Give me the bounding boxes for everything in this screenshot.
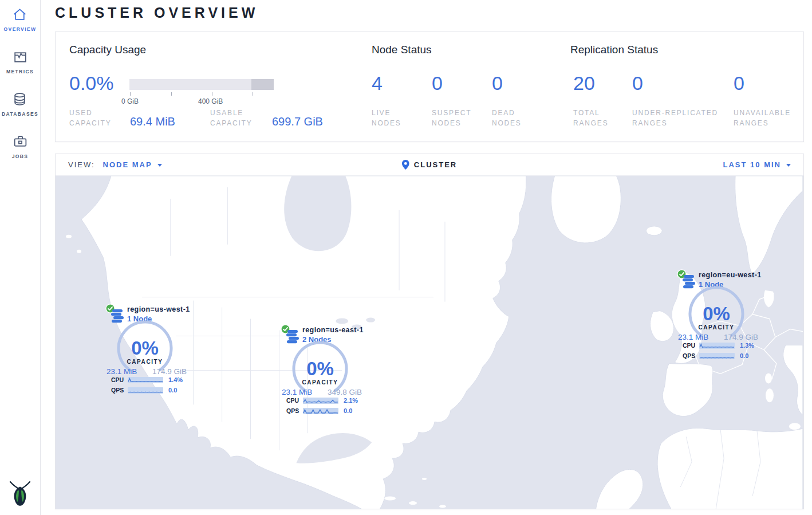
- capacity-tick: [212, 92, 212, 96]
- time-range-value: LAST 10 MIN: [723, 160, 781, 169]
- capacity-usage-title: Capacity Usage: [69, 44, 146, 56]
- capacity-percent: 0.0%: [69, 72, 114, 95]
- stat-label: DEAD NODES: [492, 108, 538, 128]
- locality-usable: 349.8 GiB: [328, 388, 362, 396]
- sidebar-item-databases[interactable]: DATABASES: [2, 92, 38, 117]
- cpu-value: 1.3%: [740, 342, 754, 349]
- metrics-icon: [13, 49, 28, 65]
- stat-label: UNDER-REPLICATED RANGES: [632, 108, 727, 128]
- sidebar-item-label: METRICS: [6, 69, 34, 74]
- qps-sparkline: [303, 408, 338, 414]
- stat-value: 699.7 GiB: [272, 115, 323, 128]
- capacity-tick: [253, 92, 253, 96]
- sidebar-item-label: OVERVIEW: [4, 26, 37, 32]
- sidebar-item-label: DATABASES: [2, 111, 38, 117]
- cockroachdb-logo: [9, 478, 31, 509]
- capacity-gauge-percent: 0%: [113, 337, 176, 359]
- cpu-label: CPU: [111, 376, 128, 383]
- world-map[interactable]: region=us-west-1 1 Node 0% CAPACITY 23.1…: [56, 176, 803, 509]
- locality-card-us-east-1[interactable]: region=us-east-1 2 Nodes 0% CAPACITY 23.…: [281, 323, 372, 419]
- cpu-label: CPU: [683, 342, 699, 349]
- view-dropdown[interactable]: NODE MAP: [103, 160, 162, 169]
- databases-icon: [12, 92, 27, 107]
- time-range-dropdown[interactable]: LAST 10 MIN: [723, 160, 791, 169]
- map-toolbar: VIEW: NODE MAP CLUSTER LAST 10 MIN: [56, 154, 803, 176]
- capacity-gauge-percent: 0%: [685, 303, 748, 325]
- locality-usable: 174.9 GiB: [152, 367, 187, 376]
- capacity-tick-label: 400 GiB: [198, 97, 223, 105]
- capacity-tick: [130, 92, 131, 96]
- locality-region: region=us-west-1: [127, 305, 190, 313]
- locality-region: region=eu-west-1: [699, 271, 762, 279]
- stat-value: 69.4 MiB: [130, 115, 175, 128]
- capacity-tick: [171, 92, 172, 96]
- qps-label: QPS: [683, 352, 699, 359]
- replication-status-title: Replication Status: [570, 44, 658, 56]
- sidebar-item-label: JOBS: [12, 154, 29, 159]
- sidebar-item-overview[interactable]: OVERVIEW: [4, 7, 37, 32]
- view-dropdown-value: NODE MAP: [103, 160, 152, 169]
- capacity-gauge-label: CAPACITY: [685, 324, 748, 331]
- locality-card-eu-west-1[interactable]: region=eu-west-1 1 Node 0% CAPACITY 23.1…: [677, 268, 768, 364]
- stat-label: SUSPECT NODES: [432, 108, 484, 128]
- location-pin-icon: [402, 160, 409, 170]
- cpu-label: CPU: [286, 397, 303, 404]
- sidebar: OVERVIEW METRICS DATABASES JOBS: [0, 0, 41, 515]
- chevron-down-icon: [157, 164, 162, 167]
- stat-label: LIVE NODES: [372, 108, 417, 128]
- qps-value: 0.0: [344, 407, 352, 414]
- locality-used: 23.1 MiB: [107, 367, 137, 376]
- cpu-value: 1.4%: [168, 376, 183, 383]
- locality-used: 23.1 MiB: [678, 333, 708, 341]
- cpu-sparkline: [699, 343, 735, 349]
- qps-value: 0.0: [168, 387, 177, 394]
- view-label: VIEW:: [68, 160, 95, 169]
- briefcase-icon: [13, 134, 28, 150]
- breadcrumb-cluster[interactable]: CLUSTER: [414, 160, 457, 169]
- cpu-sparkline: [128, 377, 163, 383]
- qps-sparkline: [699, 353, 735, 359]
- qps-value: 0.0: [740, 352, 748, 359]
- chevron-down-icon: [786, 164, 791, 167]
- locality-card-us-west-1[interactable]: region=us-west-1 1 Node 0% CAPACITY 23.1…: [105, 302, 197, 399]
- dead-nodes-count: 0: [492, 72, 503, 95]
- capacity-gauge-label: CAPACITY: [113, 359, 176, 365]
- cpu-sparkline: [303, 398, 338, 404]
- node-status-title: Node Status: [372, 44, 432, 56]
- stat-label: USED CAPACITY: [69, 108, 120, 128]
- sidebar-item-jobs[interactable]: JOBS: [12, 134, 29, 159]
- stat-label: TOTAL RANGES: [573, 108, 625, 128]
- home-icon: [12, 7, 27, 22]
- locality-region: region=us-east-1: [302, 326, 364, 334]
- under-replicated-count: 0: [632, 72, 643, 95]
- qps-sparkline: [128, 387, 163, 394]
- live-nodes-count: 4: [372, 72, 383, 95]
- stat-label: USABLE CAPACITY: [210, 108, 263, 128]
- page-title: CLUSTER OVERVIEW: [55, 5, 258, 21]
- capacity-gauge-label: CAPACITY: [289, 379, 352, 386]
- breadcrumb: CLUSTER: [402, 160, 457, 170]
- locality-usable: 174.9 GiB: [724, 333, 758, 341]
- used-capacity-stat: USED CAPACITY 69.4 MiB: [69, 108, 175, 128]
- suspect-nodes-count: 0: [432, 72, 443, 95]
- total-ranges-count: 20: [573, 72, 595, 95]
- unavailable-ranges-count: 0: [734, 72, 744, 95]
- capacity-tick-label: 0 GiB: [121, 97, 139, 105]
- sidebar-item-metrics[interactable]: METRICS: [6, 49, 34, 74]
- main-content: CLUSTER OVERVIEW Capacity Usage 0.0% 0 G…: [41, 0, 812, 515]
- qps-label: QPS: [286, 407, 303, 414]
- cpu-value: 2.1%: [344, 397, 358, 404]
- stat-label: UNAVAILABLE RANGES: [734, 108, 808, 128]
- usable-capacity-stat: USABLE CAPACITY 699.7 GiB: [210, 108, 323, 128]
- capacity-bar-segment: [251, 79, 274, 90]
- node-map-panel: VIEW: NODE MAP CLUSTER LAST 10 MIN: [55, 154, 804, 509]
- cluster-summary-panel: Capacity Usage 0.0% 0 GiB 400 GiB USED C…: [55, 32, 804, 142]
- qps-label: QPS: [111, 387, 128, 394]
- capacity-bar: [129, 79, 274, 90]
- locality-used: 23.1 MiB: [282, 388, 312, 396]
- capacity-gauge-percent: 0%: [289, 358, 352, 380]
